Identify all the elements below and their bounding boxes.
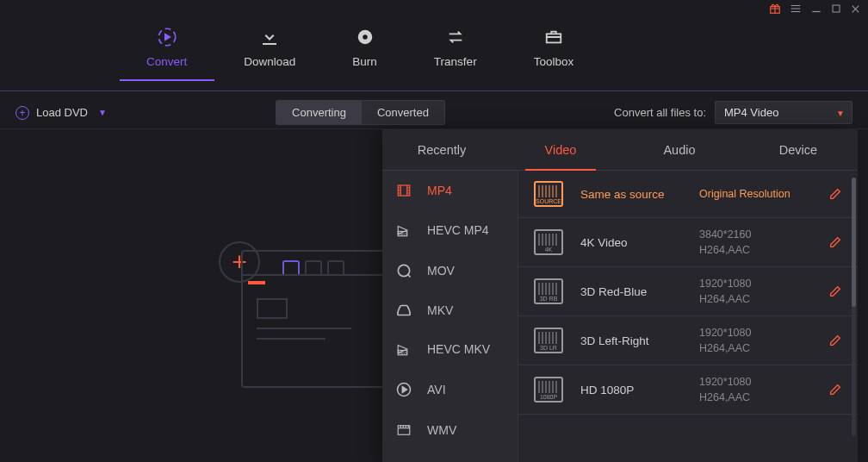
- format-label: HEVC MKV: [427, 342, 490, 356]
- toolbox-icon: [542, 26, 565, 48]
- preset-title: 4K Video: [580, 236, 682, 249]
- convert-icon: [156, 26, 178, 48]
- preset-icon: 4K: [534, 229, 563, 255]
- close-icon[interactable]: [850, 3, 861, 16]
- edit-icon[interactable]: [828, 187, 842, 201]
- svg-rect-1: [833, 5, 840, 12]
- preset-resolution: 3840*2160: [699, 228, 811, 240]
- preset-item[interactable]: 3D LR 3D Left-Right 1920*1080 H264,AAC: [518, 316, 858, 365]
- nav-label: Burn: [352, 55, 377, 68]
- download-icon: [258, 26, 281, 48]
- status-segmented: Converting Converted: [276, 100, 445, 125]
- nav-convert[interactable]: Convert: [146, 26, 187, 80]
- preset-resolution: 1920*1080: [699, 278, 811, 290]
- preset-item[interactable]: 3D RB 3D Red-Blue 1920*1080 H264,AAC: [518, 267, 858, 316]
- seg-converting[interactable]: Converting: [276, 101, 362, 124]
- nav-label: Transfer: [434, 55, 477, 68]
- film-icon: [394, 183, 413, 198]
- nav-label: Download: [244, 55, 295, 68]
- menu-icon[interactable]: [790, 3, 802, 16]
- preset-item[interactable]: 1080P HD 1080P 1920*1080 H264,AAC: [518, 365, 858, 415]
- preset-codec: H264,AAC: [699, 342, 811, 354]
- format-list: MP4 HEVC HEVC MP4 MOV MKV HEVC HEVC MKV …: [382, 171, 518, 462]
- plus-circle-icon: +: [16, 106, 29, 120]
- tab-device[interactable]: Device: [739, 129, 858, 170]
- format-label: WMV: [427, 423, 456, 437]
- edit-icon[interactable]: [828, 284, 842, 298]
- format-item-wmv[interactable]: WMV: [382, 410, 518, 450]
- mkv-icon: [394, 303, 413, 317]
- select-value: MP4 Video: [724, 106, 778, 119]
- preset-icon: 1080P: [534, 377, 563, 403]
- nav-label: Convert: [146, 55, 187, 68]
- maximize-icon[interactable]: [831, 3, 841, 16]
- file-box-illustration: [241, 250, 405, 388]
- nav-toolbox[interactable]: Toolbox: [534, 26, 574, 80]
- preset-list: SOURCE Same as source Original Resolutio…: [518, 171, 858, 462]
- format-item-mp4[interactable]: MP4: [382, 171, 518, 210]
- format-label: MOV: [427, 264, 455, 278]
- format-item-avi[interactable]: AVI: [382, 369, 518, 410]
- hevc-icon: HEVC: [394, 341, 413, 357]
- svg-text:HEVC: HEVC: [399, 352, 408, 355]
- chevron-down-icon: ▼: [98, 108, 107, 117]
- format-item-hevc-mp4[interactable]: HEVC HEVC MP4: [382, 210, 518, 250]
- format-label: AVI: [427, 383, 446, 396]
- preset-icon: SOURCE: [534, 181, 563, 207]
- output-format-select[interactable]: MP4 Video ▼: [715, 101, 852, 124]
- preset-codec: H264,AAC: [699, 293, 811, 305]
- convert-all-label: Convert all files to:: [614, 106, 706, 119]
- tab-recently[interactable]: Recently: [382, 129, 501, 170]
- burn-icon: [354, 26, 376, 48]
- preset-title: Same as source: [580, 188, 682, 201]
- nav-transfer[interactable]: Transfer: [434, 26, 477, 80]
- seg-converted[interactable]: Converted: [362, 101, 444, 124]
- nav-burn[interactable]: Burn: [352, 26, 377, 80]
- preset-icon: 3D RB: [534, 278, 563, 304]
- svg-text:HEVC: HEVC: [399, 233, 408, 236]
- load-dvd-button[interactable]: + Load DVD ▼: [16, 106, 107, 120]
- preset-codec: H264,AAC: [699, 391, 811, 403]
- format-label: MKV: [427, 303, 453, 317]
- minimize-icon[interactable]: [810, 3, 822, 16]
- format-panel: Recently Video Audio Device MP4 HEVC HEV…: [382, 129, 858, 462]
- edit-icon[interactable]: [828, 383, 842, 396]
- preset-item[interactable]: SOURCE Same as source Original Resolutio…: [518, 171, 858, 218]
- preset-resolution: 1920*1080: [699, 327, 811, 339]
- svg-point-4: [363, 34, 368, 40]
- format-label: MP4: [427, 184, 452, 197]
- preset-codec: H264,AAC: [699, 244, 811, 256]
- preset-item[interactable]: 4K 4K Video 3840*2160 H264,AAC: [518, 218, 858, 267]
- edit-icon[interactable]: [828, 235, 842, 249]
- svg-rect-5: [547, 34, 561, 42]
- tab-video[interactable]: Video: [501, 129, 620, 170]
- subbar: + Load DVD ▼ Converting Converted Conver…: [0, 97, 868, 129]
- gift-icon[interactable]: [769, 3, 781, 16]
- main-nav: Convert Download Burn Transfer Toolbox: [0, 16, 868, 91]
- preset-title: HD 1080P: [580, 384, 682, 396]
- tab-audio[interactable]: Audio: [620, 129, 739, 170]
- edit-icon[interactable]: [828, 334, 842, 347]
- play-icon: [394, 381, 413, 398]
- convert-all-group: Convert all files to: MP4 Video ▼: [614, 101, 852, 124]
- panel-body: MP4 HEVC HEVC MP4 MOV MKV HEVC HEVC MKV …: [382, 171, 858, 462]
- load-dvd-label: Load DVD: [36, 106, 88, 119]
- quicktime-icon: [394, 262, 413, 279]
- scroll-thumb[interactable]: [852, 178, 856, 307]
- format-item-hevc-mkv[interactable]: HEVC HEVC MKV: [382, 329, 518, 369]
- nav-label: Toolbox: [534, 55, 574, 68]
- chevron-down-icon: ▼: [836, 108, 845, 117]
- hevc-icon: HEVC: [394, 222, 413, 238]
- panel-tabs: Recently Video Audio Device: [382, 129, 858, 171]
- format-label: HEVC MP4: [427, 223, 489, 237]
- preset-resolution: Original Resolution: [699, 188, 811, 200]
- wmv-icon: [394, 422, 413, 438]
- preset-resolution: 1920*1080: [699, 376, 811, 388]
- transfer-icon: [444, 26, 467, 48]
- preset-icon: 3D LR: [534, 328, 563, 353]
- format-item-mkv[interactable]: MKV: [382, 291, 518, 329]
- scrollbar[interactable]: [852, 178, 856, 436]
- format-item-mov[interactable]: MOV: [382, 250, 518, 291]
- nav-download[interactable]: Download: [244, 26, 295, 80]
- empty-state-illustration: +: [241, 250, 405, 388]
